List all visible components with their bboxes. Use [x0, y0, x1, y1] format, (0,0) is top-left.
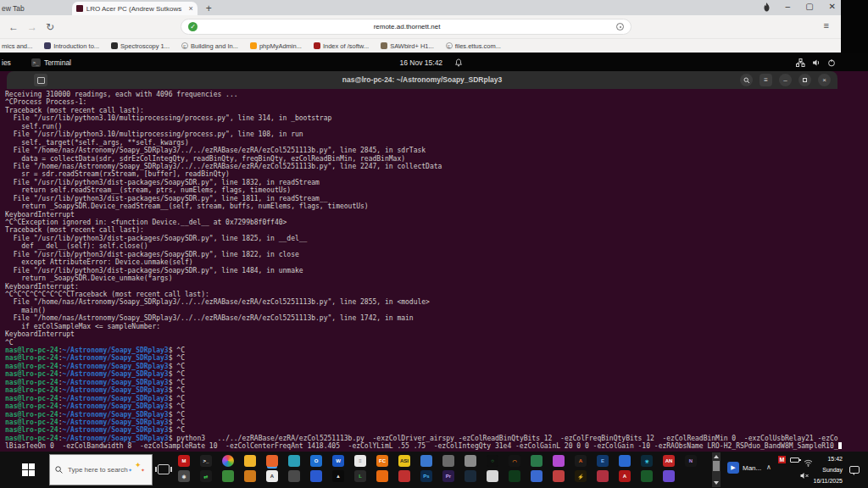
taskbar-app-snowflake-app-icon[interactable]: ✳ — [641, 455, 653, 467]
taskbar-app-media-eject-app-icon[interactable]: ▲ — [332, 470, 344, 482]
taskbar-app-bolt-app-icon[interactable]: ⚡ — [575, 470, 587, 482]
taskbar-app-edge-icon[interactable] — [288, 455, 300, 467]
start-button[interactable] — [22, 463, 35, 476]
taskbar-app-photo-viewer-icon[interactable] — [531, 455, 542, 467]
taskbar-app-n-app-icon[interactable]: N — [685, 455, 697, 467]
taskbar-app-notepad-icon[interactable]: ≡ — [354, 455, 366, 467]
terminal-menu-icon[interactable]: ≡ — [760, 74, 772, 86]
taskbar-app-bricks-app-icon[interactable] — [244, 470, 256, 482]
url-text[interactable]: remote.ad.thornett.net — [198, 23, 616, 30]
taskbar-search-box[interactable]: Type here to search ✦ ✦ ✦ — [49, 454, 153, 485]
taskbar-app-firefox-ball-icon[interactable] — [376, 470, 388, 482]
taskbar-app-e-film-app-icon[interactable]: E — [597, 455, 609, 467]
activities-button[interactable]: ies — [2, 58, 11, 67]
taskbar-app-purple-grid-app-icon[interactable] — [553, 455, 565, 467]
bookmark-item[interactable]: EBuilding and In... — [181, 42, 238, 50]
taskbar-app-lock-app-icon[interactable]: L — [354, 470, 366, 482]
taskbar-app-outlook-icon[interactable]: O — [310, 455, 322, 467]
taskbar-app-orange-swoosh-app-icon[interactable]: ◠ — [509, 455, 520, 467]
taskbar-scrollbar[interactable] — [712, 452, 721, 487]
taskbar-app-ansi-app-icon[interactable]: AN — [663, 455, 675, 467]
terminal-minimize-button[interactable]: – — [779, 74, 792, 86]
terminal-prompt-line: nas@lro-pc-24:~/Astronomy/Soapy_SDRplay3… — [5, 370, 868, 378]
browser-brand-flame-icon[interactable] — [763, 3, 771, 12]
taskbar-app-gallery-app-icon[interactable] — [222, 470, 234, 482]
taskbar-app-film-app-icon[interactable] — [487, 470, 498, 482]
taskbar-app-translate-app-icon[interactable]: A — [266, 470, 278, 482]
taskbar-app-red-app-icon[interactable] — [398, 470, 410, 482]
taskbar-app-mcafee-icon[interactable]: M — [178, 455, 190, 467]
bookmark-item[interactable]: mics and... — [2, 42, 32, 50]
tab-close-icon[interactable]: × — [189, 4, 193, 13]
terminal-output-line: return _SoapySDR.Device_readStream__(sel… — [5, 202, 868, 210]
terminal-prompt-line: nas@lro-pc-24:~/Astronomy/Soapy_SDRplay3… — [5, 347, 868, 354]
bookmark-item[interactable]: phpMyAdmin... — [250, 42, 302, 50]
taskbar-app-fc-app-icon[interactable]: FC — [376, 455, 388, 467]
tab-new-tab-partial[interactable]: ew Tab — [0, 2, 31, 15]
bookmark-item[interactable]: Index of /softw... — [314, 42, 369, 50]
taskbar-app-brave-icon[interactable] — [266, 455, 278, 467]
taskbar-app-globe-app-icon[interactable] — [619, 455, 631, 467]
tray-mcafee-icon[interactable]: M — [778, 456, 786, 463]
terminal-close-button[interactable]: × — [818, 74, 831, 86]
bookmark-item[interactable]: Spectroscopy 1... — [111, 42, 170, 50]
taskbar-app-planetarium-app-icon[interactable] — [465, 470, 476, 482]
taskbar-app-paint-icon[interactable] — [420, 455, 432, 467]
terminal-restore-button[interactable] — [798, 74, 811, 86]
gnome-system-indicators[interactable] — [796, 53, 836, 71]
scroll-down-icon[interactable] — [714, 481, 719, 485]
tray-battery-icon[interactable] — [790, 458, 799, 463]
taskbar-app-premiere-icon[interactable]: Pr — [442, 470, 454, 482]
taskbar-app-word-icon[interactable]: W — [332, 455, 344, 467]
address-bar[interactable]: ✓ remote.ad.thornett.net — [181, 19, 632, 35]
bookmark-item[interactable]: Introduction to... — [44, 42, 99, 50]
taskbar-app-maps-app-icon[interactable] — [310, 470, 322, 482]
taskbar-app-photos-pinwheel-icon[interactable] — [222, 455, 234, 467]
tab-active[interactable]: LRO Acer PC (Andrew Sutkows × — [72, 2, 198, 15]
focused-app-name[interactable]: Terminal — [44, 58, 71, 67]
taskbar-app-mountain-app-icon[interactable] — [531, 470, 542, 482]
taskbar-app-photoshop-icon[interactable]: Ps — [420, 470, 432, 482]
taskbar-app-editor-app-icon[interactable] — [465, 455, 476, 467]
bookmark-item[interactable]: Efiles.ettus.com... — [446, 42, 501, 50]
tray-running-app[interactable]: ▶ Man... — [727, 462, 761, 474]
gnome-clock[interactable]: 16 Nov 15:42 — [400, 58, 443, 67]
tray-clock[interactable]: 15:42 Sunday 16/11/2025 — [805, 453, 843, 486]
taskbar-app-swap-arrows-app-icon[interactable]: ⇄ — [200, 470, 212, 482]
taskbar-app-settings-gear-icon[interactable]: ✱ — [178, 470, 190, 482]
taskbar-app-gauge-app-icon[interactable] — [553, 470, 565, 482]
new-tab-button[interactable]: + — [206, 2, 212, 15]
site-security-icon[interactable]: ✓ — [188, 22, 198, 31]
terminal-search-icon[interactable] — [740, 74, 753, 86]
window-maximize-button[interactable]: ▢ — [805, 1, 813, 13]
taskbar-app-gem-app-icon[interactable] — [663, 470, 675, 482]
taskbar-app-command-prompt-icon[interactable]: >_ — [200, 455, 212, 467]
terminal-title: nas@lro-pc-24: ~/Astronomy/Soapy_SDRplay… — [7, 71, 837, 89]
scroll-up-icon[interactable] — [714, 455, 719, 458]
taskbar-app-chart-app-icon[interactable] — [641, 470, 653, 482]
terminal-title-bar[interactable]: nas@lro-pc-24: ~/Astronomy/Soapy_SDRplay… — [7, 71, 837, 89]
reload-icon[interactable]: ↻ — [46, 21, 54, 33]
bookmark-item[interactable]: SAWbird+ H1... — [381, 42, 434, 50]
action-center-icon[interactable] — [849, 466, 860, 474]
taskbar-app-camera-app-icon[interactable] — [442, 455, 454, 467]
scroll-thumb[interactable] — [713, 461, 720, 471]
taskbar-app-asi-app-icon[interactable]: ASI — [398, 455, 410, 467]
taskbar-app-astro-app-icon[interactable]: A — [575, 455, 587, 467]
reader-mode-icon[interactable] — [616, 23, 624, 30]
forward-icon[interactable]: → — [27, 21, 37, 33]
window-minimize-button[interactable]: – — [786, 1, 791, 13]
terminal-body[interactable]: Receiving 310000 readings, each with 409… — [0, 89, 868, 452]
power-icon — [827, 58, 836, 67]
taskbar-app-levels-app-icon[interactable] — [509, 470, 520, 482]
tray-overflow-chevron-icon[interactable]: ∧ — [766, 463, 771, 471]
taskbar-app-stack-app-icon[interactable] — [597, 470, 609, 482]
task-view-icon[interactable] — [158, 464, 170, 474]
back-icon[interactable]: ← — [8, 21, 19, 33]
taskbar-app-gamepad-app-icon[interactable] — [288, 470, 300, 482]
window-close-button[interactable]: ✕ — [829, 1, 836, 13]
taskbar-app-file-explorer-icon[interactable] — [244, 455, 256, 467]
taskbar-app-acrobat-pdf-icon[interactable]: A — [619, 470, 631, 482]
taskbar-app-green-ring-app-icon[interactable]: ○ — [487, 455, 498, 467]
browser-menu-icon[interactable]: ≡ — [824, 20, 829, 30]
